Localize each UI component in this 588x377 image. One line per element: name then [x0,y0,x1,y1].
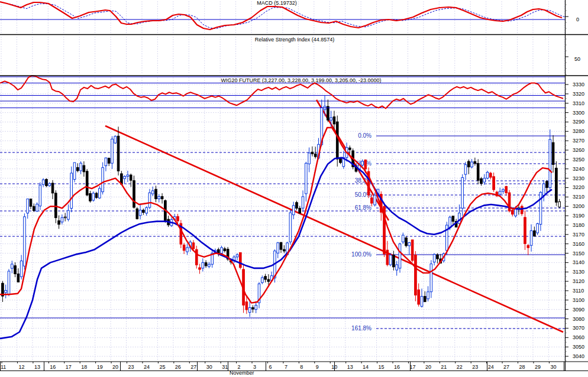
macd-zero-axis-label: 0 [576,17,579,22]
candle-body [202,262,204,268]
candle-body [239,252,241,267]
chart-canvas[interactable]: 0.0%23.6%38.2%50.0%61.8%100.0%161.8%3330… [0,0,588,377]
day-label: 17 [66,364,72,370]
candle-body [117,136,119,171]
day-label: 24 [488,364,494,370]
fib-level-label: 161.8% [351,325,371,332]
candle-body [333,117,335,124]
day-label: 17 [409,364,415,370]
day-label: 23 [128,364,134,370]
candle-body [236,255,238,257]
candle-body [305,163,308,194]
candle-body [396,265,398,270]
candle-body [486,172,489,178]
candle-body [36,204,38,211]
day-label: 26 [175,364,181,370]
candle-body [158,197,160,199]
fib-level-label: 0.0% [358,132,371,139]
day-label: 18 [81,364,87,370]
price-axis-label: 3280 [573,128,584,134]
price-axis-label: 3210 [573,194,584,200]
candle-body [245,302,248,310]
macd-signal-line [6,3,568,28]
candle-body [33,206,35,210]
candle-body [186,248,189,252]
candle-body [461,178,464,209]
candle-body [136,209,138,219]
candle-body [92,193,95,200]
fib-level-label: 61.8% [355,204,371,211]
slow-moving-average-line [0,158,552,339]
day-label: 16 [394,364,400,370]
wig20-future-chart-window: 0.0%23.6%38.2%50.0%61.8%100.0%161.8%3330… [0,0,588,377]
candle-body [61,217,63,222]
candle-body [539,192,542,224]
candle-body [421,296,423,306]
candle-body [42,180,44,184]
candle-body [55,193,57,218]
candle-body [58,220,60,224]
candle-body [433,254,435,262]
day-label: 9 [316,364,319,370]
candle-body [283,249,286,251]
price-axis-label: 3190 [573,213,584,219]
candle-body [17,274,20,282]
candle-body [427,292,429,299]
candle-body [437,255,439,259]
candle-body [130,175,132,180]
day-label: 13 [347,364,353,370]
candle-body [67,210,70,219]
candle-body [302,197,304,208]
candle-body [95,193,98,197]
rsi-50-axis-label: 50 [574,56,580,62]
candle-body [430,264,432,292]
candle-body [80,163,82,171]
day-label: 6 [269,364,272,370]
candle-body [102,168,104,192]
price-axis-label: 3080 [573,316,584,322]
candle-body [471,162,473,167]
candle-body [146,207,148,213]
candle-body [542,184,545,196]
candle-body [452,216,454,222]
day-label: 30 [206,364,212,370]
candle-body [89,193,92,201]
price-axis-label: 3270 [573,138,584,144]
day-label: 16 [50,364,56,370]
price-axis-label: 3150 [573,251,584,256]
price-axis-label: 3100 [573,297,584,303]
candle-body [371,198,373,203]
candle-body [405,238,408,245]
candle-body [139,210,141,216]
candle-body [255,305,257,309]
day-label: 7 [285,364,287,370]
candle-body [177,216,179,221]
price-axis-label: 3170 [573,232,584,238]
candle-body [108,158,110,164]
candle-body [14,266,17,274]
rsi-panel-title: Relative Strength Index (44.8574) [255,37,335,43]
price-axis-label: 3220 [573,184,584,190]
candle-body [349,148,351,150]
day-label: 30 [550,364,556,370]
price-axis-label: 3320 [573,91,584,97]
price-axis-label: 3070 [573,325,584,331]
candle-body [418,290,420,304]
candle-body [51,183,54,193]
day-label: 11 [1,364,6,370]
candle-body [299,208,301,213]
candle-body [458,213,461,223]
day-label: 27 [190,364,196,370]
day-label: 25 [159,364,165,370]
day-label: 19 [97,364,103,370]
day-label: 12 [18,364,24,370]
day-label: 13 [34,364,40,370]
macd-panel-title: MACD (5.19732) [257,0,297,6]
price-panel-title: WIG20 FUTURE (3,227.00, 3,228.00, 3,199.… [221,77,381,83]
candle-body [73,162,76,179]
candle-body [389,255,392,265]
candle-body [499,191,501,194]
price-axis-label: 3180 [573,222,584,228]
candle-body [512,210,514,214]
price-axis-label: 3090 [573,307,584,313]
